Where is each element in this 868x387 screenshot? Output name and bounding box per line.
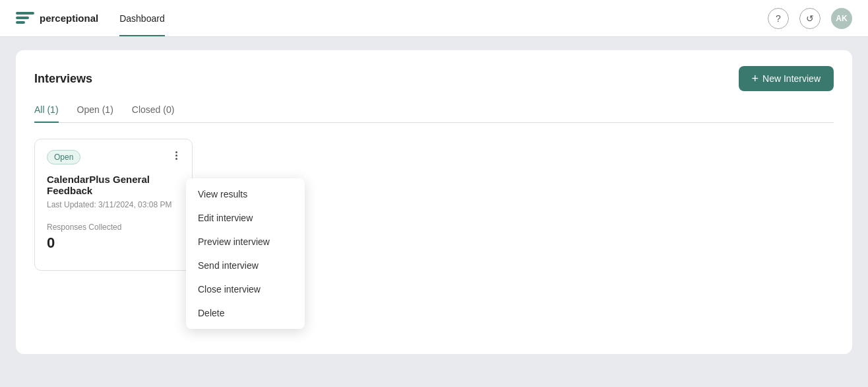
tab-open[interactable]: Open (1)	[77, 104, 113, 123]
logo-icon	[16, 12, 34, 25]
dropdown-item-delete[interactable]: Delete	[186, 301, 305, 325]
dot-2	[175, 155, 177, 157]
nav-link-dashboard[interactable]: Dashboard	[119, 0, 165, 36]
dropdown-item-edit-interview[interactable]: Edit interview	[186, 206, 305, 230]
tabs-bar: All (1) Open (1) Closed (0)	[34, 104, 834, 123]
logo-text: perceptional	[40, 13, 98, 24]
avatar-button[interactable]: AK	[831, 8, 852, 29]
section-header: Interviews + New Interview	[34, 66, 834, 91]
plus-icon: +	[752, 73, 759, 85]
interview-card: Open CalendarPlus General Feedback Last …	[34, 139, 193, 271]
dropdown-menu: View results Edit interview Preview inte…	[186, 178, 305, 329]
tab-all[interactable]: All (1)	[34, 104, 59, 123]
status-badge: Open	[47, 150, 80, 164]
nav-actions: ? ↺ AK	[768, 8, 852, 29]
refresh-button[interactable]: ↺	[799, 8, 821, 29]
more-options-button[interactable]	[173, 150, 180, 161]
card-subtitle: Last Updated: 3/11/2024, 03:08 PM	[47, 200, 180, 209]
interviews-grid: Open CalendarPlus General Feedback Last …	[34, 139, 834, 271]
help-icon: ?	[776, 13, 781, 24]
section-title: Interviews	[34, 72, 92, 86]
content-card: Interviews + New Interview All (1) Open …	[16, 50, 852, 354]
dot-3	[175, 158, 177, 160]
dropdown-item-preview-interview[interactable]: Preview interview	[186, 230, 305, 254]
new-interview-label: New Interview	[762, 73, 821, 84]
tab-closed[interactable]: Closed (0)	[132, 104, 175, 123]
responses-count: 0	[47, 234, 180, 252]
nav-links: Dashboard	[119, 0, 165, 36]
navbar: perceptional Dashboard ? ↺ AK	[0, 0, 868, 37]
card-title: CalendarPlus General Feedback	[47, 174, 180, 196]
main-background: Interviews + New Interview All (1) Open …	[0, 37, 868, 387]
logo: perceptional	[16, 12, 98, 25]
dropdown-item-send-interview[interactable]: Send interview	[186, 254, 305, 277]
card-top: Open	[47, 150, 180, 164]
dropdown-item-view-results[interactable]: View results	[186, 182, 305, 206]
responses-label: Responses Collected	[47, 223, 180, 232]
dot-1	[175, 151, 177, 153]
dropdown-item-close-interview[interactable]: Close interview	[186, 277, 305, 301]
help-button[interactable]: ?	[768, 8, 789, 29]
refresh-icon: ↺	[806, 13, 814, 24]
new-interview-button[interactable]: + New Interview	[739, 66, 834, 91]
